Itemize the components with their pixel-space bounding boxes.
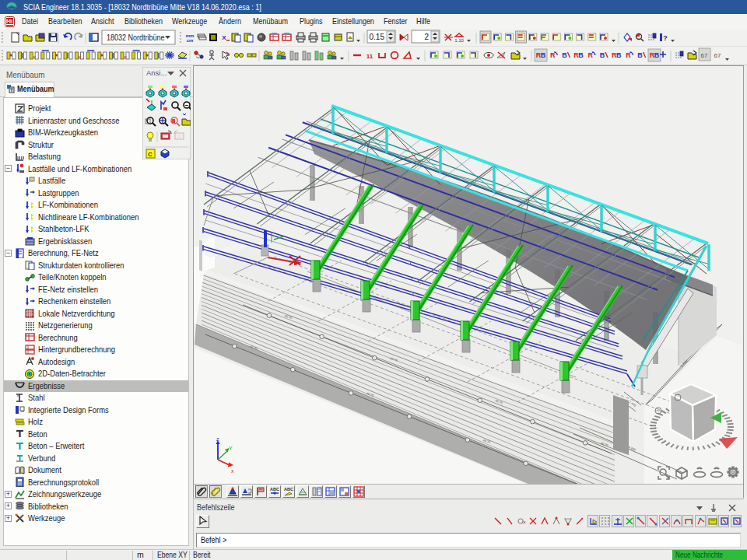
svg-text:B: B [616, 51, 622, 59]
svg-text:x: x [231, 468, 234, 474]
svg-text:67: 67 [714, 52, 721, 59]
svg-text:67: 67 [701, 52, 708, 59]
svg-text:Y: Y [229, 446, 233, 451]
svg-text:B: B [600, 51, 605, 59]
svg-text:B: B [562, 51, 567, 59]
svg-text:ABC: ABC [284, 487, 293, 492]
svg-text:z: z [216, 436, 219, 442]
svg-text:18032 Nordtribüne: 18032 Nordtribüne [107, 33, 165, 42]
svg-text:1.10: 1.10 [454, 38, 464, 43]
svg-text:B: B [654, 51, 660, 59]
svg-text:C: C [148, 151, 153, 158]
svg-text:cm: cm [187, 38, 194, 43]
svg-text:?: ? [663, 34, 668, 42]
svg-text:−: − [185, 102, 189, 109]
svg-text:2: 2 [424, 33, 429, 41]
svg-text:x: x [33, 54, 36, 60]
svg-text:11: 11 [366, 53, 374, 60]
svg-text:X: X [222, 34, 226, 41]
svg-text:×: × [523, 520, 526, 525]
svg-text:0.15: 0.15 [370, 33, 385, 41]
svg-text:x: x [124, 54, 127, 60]
svg-text:B: B [541, 51, 546, 59]
svg-text:ABC: ABC [270, 487, 279, 492]
svg-text:B: B [637, 51, 643, 59]
svg-text:Ansi...: Ansi... [146, 68, 167, 77]
svg-text:B: B [578, 51, 584, 59]
svg-text:x: x [79, 54, 82, 60]
